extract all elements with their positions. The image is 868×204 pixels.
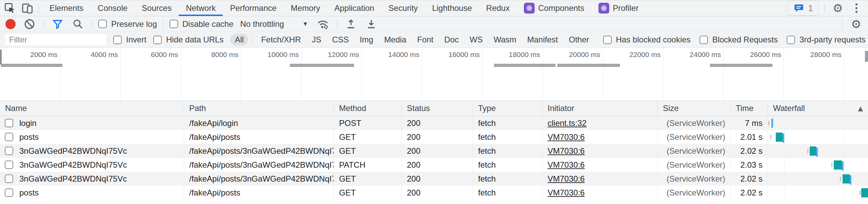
filter-pill-media[interactable]: Media <box>380 34 411 46</box>
ruler-segment: 26000 ms <box>724 48 784 100</box>
blocked-requests-checkbox[interactable]: Blocked Requests <box>699 35 778 44</box>
disable-cache-checkbox[interactable]: Disable cache <box>170 19 234 29</box>
filter-pill-css[interactable]: CSS <box>328 34 353 46</box>
clear-icon[interactable] <box>22 17 37 31</box>
cell-method: GET <box>334 144 402 158</box>
filter-pill-other[interactable]: Other <box>564 34 593 46</box>
checkbox[interactable] <box>787 36 795 44</box>
cell-size: (ServiceWorker) <box>658 116 731 130</box>
filter-pill-ws[interactable]: WS <box>465 34 487 46</box>
filter-pill-wasm[interactable]: Wasm <box>489 34 521 46</box>
tab-elements[interactable]: Elements <box>42 0 91 16</box>
checkbox[interactable] <box>153 36 162 44</box>
3rd-party-requests-checkbox[interactable]: 3rd-party requests <box>787 35 866 44</box>
more-options-icon[interactable] <box>850 1 863 15</box>
cell-size: (ServiceWorker) <box>658 144 731 158</box>
tab-redux[interactable]: Redux <box>479 0 517 16</box>
initiator-link[interactable]: VM7030:6 <box>548 174 585 184</box>
checkbox[interactable] <box>603 36 612 44</box>
tab-network[interactable]: Network <box>179 0 223 16</box>
table-row[interactable]: posts/fakeApi/postsGET200fetchVM7030:6(S… <box>0 186 868 200</box>
has-blocked-cookies-checkbox[interactable]: Has blocked cookies <box>603 35 691 44</box>
filter-pill-font[interactable]: Font <box>413 34 438 46</box>
table-row[interactable]: 3nGaWGedP42BWDNqI75Vc/fakeApi/posts/3nGa… <box>0 172 868 186</box>
table-row[interactable]: 3nGaWGedP42BWDNqI75Vc/fakeApi/posts/3nGa… <box>0 144 868 158</box>
tab-profiler[interactable]: Profiler <box>591 0 646 16</box>
filter-pill-fetch-xhr[interactable]: Fetch/XHR <box>257 34 305 46</box>
row-checkbox[interactable] <box>5 147 13 155</box>
tab-console[interactable]: Console <box>91 0 135 16</box>
search-icon[interactable] <box>70 17 86 31</box>
tab-lighthouse[interactable]: Lighthouse <box>425 0 479 16</box>
checkbox[interactable] <box>113 36 122 44</box>
checkbox[interactable] <box>170 20 178 28</box>
checkbox[interactable] <box>699 36 708 44</box>
tab-performance[interactable]: Performance <box>223 0 283 16</box>
filter-funnel-icon[interactable] <box>50 17 65 31</box>
cell-initiator: VM7030:6 <box>542 158 658 172</box>
cell-status: 200 <box>402 130 473 144</box>
export-har-icon[interactable] <box>363 17 379 31</box>
ruler-segment: 4000 ms <box>60 48 121 100</box>
initiator-link[interactable]: VM7030:6 <box>548 132 585 142</box>
column-header-method[interactable]: Method <box>334 101 402 116</box>
tab-security[interactable]: Security <box>381 0 425 16</box>
row-checkbox[interactable] <box>5 133 13 141</box>
row-checkbox[interactable] <box>5 161 13 169</box>
checkbox-label: Blocked Requests <box>712 35 778 44</box>
column-header-status[interactable]: Status <box>402 101 473 116</box>
column-header-time[interactable]: Time <box>731 101 768 116</box>
column-header-path[interactable]: Path <box>184 101 334 116</box>
tab-label: Performance <box>230 3 276 13</box>
initiator-link[interactable]: VM7030:6 <box>548 188 585 198</box>
import-har-icon[interactable] <box>343 17 359 31</box>
column-header-name[interactable]: Name <box>0 101 184 116</box>
row-checkbox[interactable] <box>5 119 13 127</box>
row-checkbox[interactable] <box>5 188 13 197</box>
column-header-size[interactable]: Size <box>658 101 731 116</box>
filter-input[interactable] <box>5 34 106 45</box>
inspect-element-icon[interactable] <box>2 1 18 15</box>
waterfall-queue-tick <box>840 177 841 181</box>
table-row[interactable]: login/fakeApi/loginPOST200fetchclient.ts… <box>0 116 868 130</box>
column-header-type[interactable]: Type <box>473 101 542 116</box>
ruler-segment: 18000 ms <box>482 48 543 100</box>
overview-left-scrollbar-thumb[interactable] <box>0 50 2 64</box>
filter-pill-doc[interactable]: Doc <box>440 34 463 46</box>
initiator-link[interactable]: VM7030:6 <box>548 146 585 156</box>
preserve-log-checkbox[interactable]: Preserve log <box>98 19 157 29</box>
network-settings-gear-icon[interactable]: ⚙ <box>848 17 864 31</box>
tab-components[interactable]: Components <box>517 0 591 16</box>
timeline-overview[interactable]: 2000 ms4000 ms6000 ms8000 ms10000 ms1200… <box>0 48 868 101</box>
table-row[interactable]: posts/fakeApi/postsGET200fetchVM7030:6(S… <box>0 130 868 144</box>
throttling-select[interactable]: No throttling ▼ <box>238 19 310 29</box>
settings-gear-icon[interactable]: ⚙ <box>830 1 846 15</box>
row-checkbox[interactable] <box>5 174 13 183</box>
filter-pill-img[interactable]: Img <box>355 34 378 46</box>
tab-memory[interactable]: Memory <box>284 0 328 16</box>
column-header-waterfall[interactable]: Waterfall▲ <box>768 101 868 116</box>
network-conditions-icon[interactable] <box>315 17 331 31</box>
record-button[interactable] <box>5 19 16 29</box>
filter-pill-all[interactable]: All <box>230 34 248 46</box>
issues-button[interactable]: 1 <box>788 1 819 16</box>
ruler-segment: 22000 ms <box>603 48 664 100</box>
invert-checkbox[interactable]: Invert <box>113 35 146 44</box>
cell-method: GET <box>334 130 402 144</box>
table-row[interactable]: 3nGaWGedP42BWDNqI75Vc/fakeApi/posts/3nGa… <box>0 158 868 172</box>
initiator-link[interactable]: VM7030:6 <box>548 160 585 170</box>
device-toolbar-icon[interactable] <box>20 1 35 15</box>
filter-pill-js[interactable]: JS <box>308 34 326 46</box>
initiator-link[interactable]: client.ts:32 <box>548 118 587 128</box>
request-name: 3nGaWGedP42BWDNqI75Vc <box>19 160 127 170</box>
tab-application[interactable]: Application <box>327 0 381 16</box>
cell-initiator: VM7030:6 <box>542 186 658 200</box>
column-header-label: Name <box>5 104 27 113</box>
hide-data-urls-checkbox[interactable]: Hide data URLs <box>153 35 223 44</box>
tab-label: Sources <box>142 3 172 13</box>
checkbox[interactable] <box>98 20 107 28</box>
filter-pill-manifest[interactable]: Manifest <box>523 34 563 46</box>
overview-right-scrollbar-thumb[interactable] <box>865 51 868 62</box>
column-header-initiator[interactable]: Initiator <box>542 101 658 116</box>
tab-sources[interactable]: Sources <box>135 0 179 16</box>
